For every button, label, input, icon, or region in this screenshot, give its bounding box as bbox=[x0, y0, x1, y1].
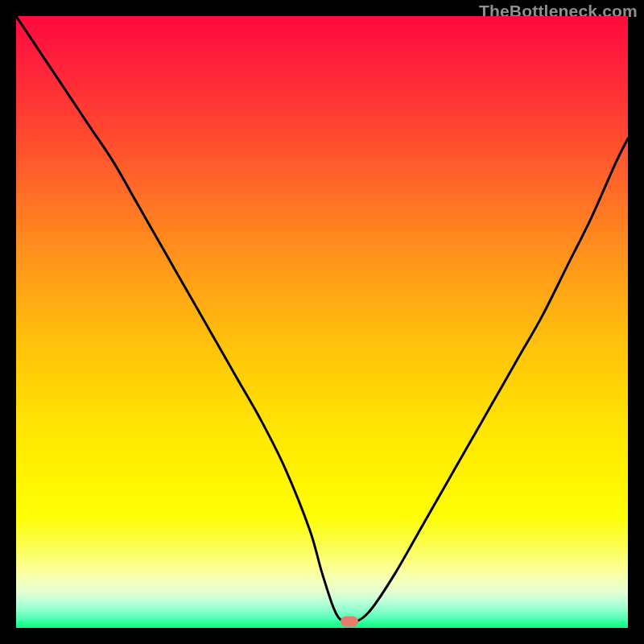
optimal-point-marker bbox=[341, 617, 358, 627]
bottleneck-curve bbox=[16, 16, 628, 628]
plot-area bbox=[16, 16, 628, 628]
chart-frame: TheBottleneck.com bbox=[0, 0, 644, 644]
